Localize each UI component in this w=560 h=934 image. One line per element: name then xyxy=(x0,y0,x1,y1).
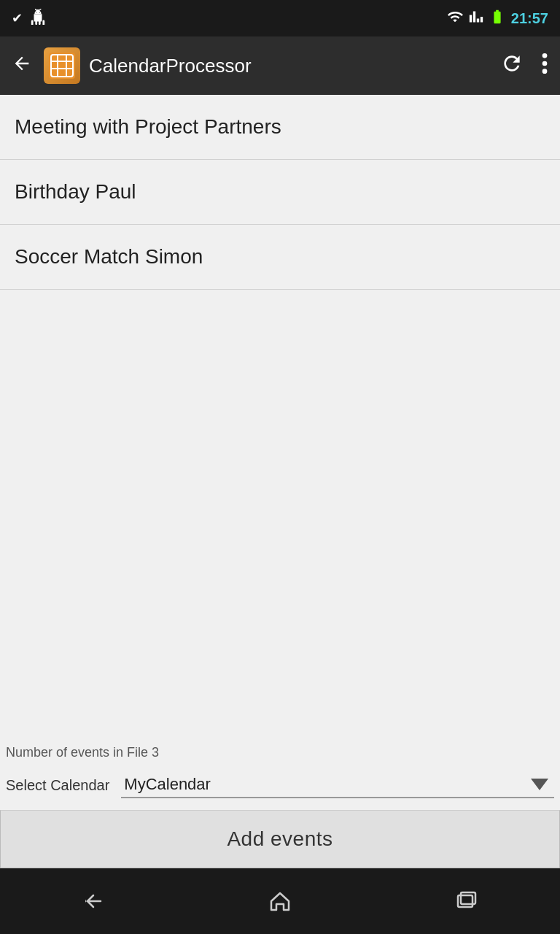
svg-point-8 xyxy=(542,69,548,74)
svg-rect-0 xyxy=(49,53,75,79)
battery-icon xyxy=(489,9,505,28)
status-bar: ✔ 21:57 xyxy=(0,0,560,36)
bottom-section: Number of events in File 3 Select Calend… xyxy=(0,733,560,868)
add-events-label: Add events xyxy=(227,827,332,851)
calendar-selector: Select Calendar MyCalendar xyxy=(0,766,560,810)
file-status: Number of events in File 3 xyxy=(0,733,560,766)
nav-back-button[interactable] xyxy=(57,876,130,926)
event-text-3: Soccer Match Simon xyxy=(15,245,203,268)
event-item-1[interactable]: Meeting with Project Partners xyxy=(0,95,560,160)
select-calendar-label: Select Calendar xyxy=(6,777,109,794)
calendar-value: MyCalendar xyxy=(121,775,531,794)
nav-home-button[interactable] xyxy=(244,876,316,926)
nav-recents-button[interactable] xyxy=(430,876,503,926)
back-button[interactable] xyxy=(12,53,32,79)
android-icon xyxy=(30,9,46,28)
status-text: Number of events in File 3 xyxy=(6,745,159,760)
content-area: Meeting with Project Partners Birthday P… xyxy=(0,95,560,868)
event-text-1: Meeting with Project Partners xyxy=(15,115,281,138)
event-item-2[interactable]: Birthday Paul xyxy=(0,160,560,225)
event-item-3[interactable]: Soccer Match Simon xyxy=(0,225,560,290)
svg-point-6 xyxy=(542,53,548,58)
refresh-button[interactable] xyxy=(500,52,524,80)
event-text-2: Birthday Paul xyxy=(15,180,136,203)
status-bar-right: 21:57 xyxy=(447,9,548,28)
app-bar-actions xyxy=(500,52,548,80)
app-title: CalendarProcessor xyxy=(89,55,491,77)
calendar-dropdown[interactable]: MyCalendar xyxy=(121,772,554,798)
svg-point-7 xyxy=(542,61,548,66)
dropdown-arrow-icon xyxy=(531,779,548,790)
checkmark-icon: ✔ xyxy=(12,10,23,26)
app-icon xyxy=(44,47,80,84)
status-bar-left: ✔ xyxy=(12,9,46,28)
signal-icon xyxy=(469,9,483,28)
status-time: 21:57 xyxy=(511,10,548,27)
add-events-button[interactable]: Add events xyxy=(0,810,560,868)
wifi-icon xyxy=(447,9,463,28)
events-list: Meeting with Project Partners Birthday P… xyxy=(0,95,560,733)
more-options-button[interactable] xyxy=(541,52,548,80)
nav-bar xyxy=(0,868,560,934)
app-bar: CalendarProcessor xyxy=(0,36,560,95)
